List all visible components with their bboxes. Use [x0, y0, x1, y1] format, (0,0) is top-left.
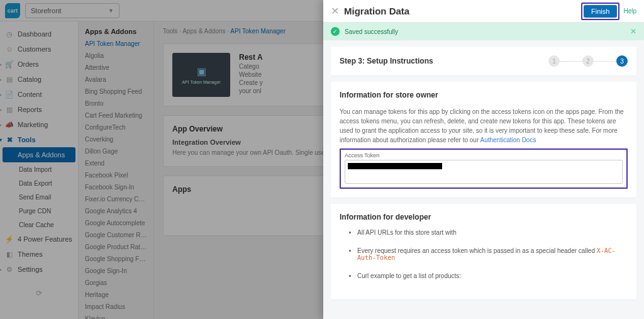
submenu-item[interactable]: API Token Manager — [85, 40, 147, 47]
step-2[interactable]: 2 — [582, 55, 594, 67]
app-meta: Rest A Catego Website Create y your onl — [239, 53, 263, 97]
developer-info-card: Information for developer All API URLs f… — [331, 204, 636, 299]
submenu-item[interactable]: Bronto — [85, 100, 147, 107]
chevron-right-icon: ▸ — [0, 122, 2, 128]
cart-icon: 🛒 — [5, 60, 14, 69]
submenu-item[interactable]: Fixer.io Currency Conversion — [85, 196, 147, 203]
panel-header: ✕ Migration Data Finish Help — [323, 0, 644, 23]
submenu-item[interactable]: Google Sign-In — [85, 267, 147, 274]
nav-clear-cache[interactable]: Clear Cache — [0, 218, 78, 232]
submenu-item[interactable]: Gorgias — [85, 279, 147, 286]
finish-highlight: Finish — [581, 3, 619, 20]
nav-orders[interactable]: ▸🛒Orders — [0, 57, 78, 72]
step-1[interactable]: 1 — [548, 55, 560, 67]
auth-docs-link[interactable]: Authentication Docs — [480, 137, 536, 143]
brand-logo: cart — [5, 3, 20, 18]
palette-icon: ◧ — [5, 250, 14, 259]
chevron-right-icon: ▸ — [0, 107, 2, 113]
nav-purge-cdn[interactable]: Purge CDN — [0, 204, 78, 218]
help-link[interactable]: Help — [623, 8, 636, 14]
gear-icon: ⚙ — [5, 265, 14, 274]
chevron-right-icon: ▸ — [0, 77, 2, 82]
book-icon: ▤ — [5, 75, 14, 84]
dev-item-3: Curl example to get a list of products: — [357, 272, 628, 279]
success-banner: ✓ Saved successfully ✕ — [323, 23, 644, 40]
app-icon: ▣ API Token Manager — [172, 53, 230, 97]
nav-data-export[interactable]: Data Export — [0, 176, 78, 190]
dev-item-2: Every request requires an access token w… — [357, 247, 628, 261]
gauge-icon: ◷ — [5, 30, 14, 38]
submenu-item[interactable]: Dillon Gage — [85, 148, 147, 155]
submenu-item[interactable]: Google Product Ratings — [85, 243, 147, 250]
submenu-item[interactable]: Google Customer Reviews — [85, 232, 147, 238]
submenu-item[interactable]: Avalara — [85, 76, 147, 83]
nav-power-features[interactable]: ⚡4 Power Features — [0, 232, 78, 247]
submenu-item[interactable]: Facebook Pixel — [85, 172, 147, 179]
check-icon: ✓ — [331, 27, 340, 36]
submenu-item[interactable]: Attentive — [85, 64, 147, 71]
nav-data-import[interactable]: Data Import — [0, 162, 78, 176]
migration-panel: ✕ Migration Data Finish Help ✓ Saved suc… — [323, 0, 644, 319]
submenu-item[interactable]: Klaviyo — [85, 315, 147, 319]
submenu-item[interactable]: Impact Radius — [85, 303, 147, 310]
nav-reports[interactable]: ▸▥Reports — [0, 102, 78, 117]
dismiss-banner-icon[interactable]: ✕ — [630, 27, 636, 36]
chip-icon: ▣ — [197, 65, 206, 77]
step-3[interactable]: 3 — [616, 55, 628, 67]
submenu-item[interactable]: ConfigureTech — [85, 124, 147, 131]
chevron-right-icon: ▸ — [0, 62, 2, 67]
chevron-right-icon: ▸ — [0, 267, 2, 272]
access-token-field[interactable] — [345, 160, 623, 184]
close-icon[interactable]: ✕ — [331, 5, 339, 17]
users-icon: ☺ — [5, 45, 14, 53]
submenu-item[interactable]: Extend — [85, 160, 147, 167]
nav-marketing[interactable]: ▸📣Marketing — [0, 117, 78, 132]
submenu-item[interactable]: Heritage — [85, 291, 147, 298]
chevron-right-icon: ▸ — [0, 92, 2, 98]
submenu-item[interactable]: Facebook Sign-In — [85, 184, 147, 191]
file-icon: 📄 — [5, 90, 14, 99]
nav-themes[interactable]: ◧Themes — [0, 247, 78, 262]
submenu-item[interactable]: Bing Shopping Feed — [85, 88, 147, 95]
submenu-title: Apps & Addons — [85, 28, 147, 35]
owner-info-card: Information for store owner You can mana… — [331, 82, 636, 198]
wrench-icon: ✖ — [5, 135, 14, 144]
megaphone-icon: 📣 — [5, 120, 14, 129]
nav-send-email[interactable]: Send Email — [0, 190, 78, 204]
nav-customers[interactable]: ☺Customers — [0, 42, 78, 57]
dev-item-1: All API URLs for this store start with — [357, 229, 628, 236]
bolt-icon: ⚡ — [5, 235, 14, 243]
token-redacted — [348, 163, 442, 169]
step-dots: 1 2 3 — [548, 55, 628, 67]
submenu-item[interactable]: Coverking — [85, 136, 147, 143]
access-token-box: Access Token — [340, 148, 628, 189]
nav-catalog[interactable]: ▸▤Catalog — [0, 72, 78, 87]
owner-info-text: You can manage tokens for this app by cl… — [340, 107, 628, 145]
submenu: Apps & Addons API Token ManagerAlgoliaAt… — [79, 0, 154, 319]
chevron-down-icon: ▾ — [0, 137, 2, 143]
spinner-icon: ⟳ — [34, 288, 44, 298]
submenu-item[interactable]: Algolia — [85, 52, 147, 59]
step-label: Step 3: Setup Instructions — [340, 57, 433, 65]
sidebar: ◷Dashboard ☺Customers ▸🛒Orders ▸▤Catalog… — [0, 0, 79, 319]
nav-apps-addons[interactable]: Apps & Addons — [3, 147, 75, 162]
nav-dashboard[interactable]: ◷Dashboard — [0, 26, 78, 42]
chart-icon: ▥ — [5, 105, 14, 114]
caret-down-icon: ▼ — [108, 8, 114, 14]
submenu-item[interactable]: Cart Feed Marketing — [85, 112, 147, 119]
submenu-item[interactable]: Google Analytics 4 — [85, 208, 147, 215]
nav-tools[interactable]: ▾✖Tools — [0, 132, 78, 147]
finish-button[interactable]: Finish — [584, 5, 617, 18]
token-label: Access Token — [345, 152, 623, 159]
submenu-item[interactable]: Google Autocomplete — [85, 220, 147, 227]
panel-title: Migration Data — [344, 6, 409, 16]
nav-content[interactable]: ▸📄Content — [0, 87, 78, 102]
panel-body: Step 3: Setup Instructions 1 2 3 Informa… — [323, 40, 644, 319]
storefront-label: Storefront — [31, 7, 61, 14]
nav-settings[interactable]: ▸⚙Settings — [0, 262, 78, 277]
submenu-item[interactable]: Google Shopping Feed — [85, 255, 147, 262]
stepper-card: Step 3: Setup Instructions 1 2 3 — [331, 47, 636, 76]
storefront-select[interactable]: Storefront ▼ — [25, 3, 119, 18]
